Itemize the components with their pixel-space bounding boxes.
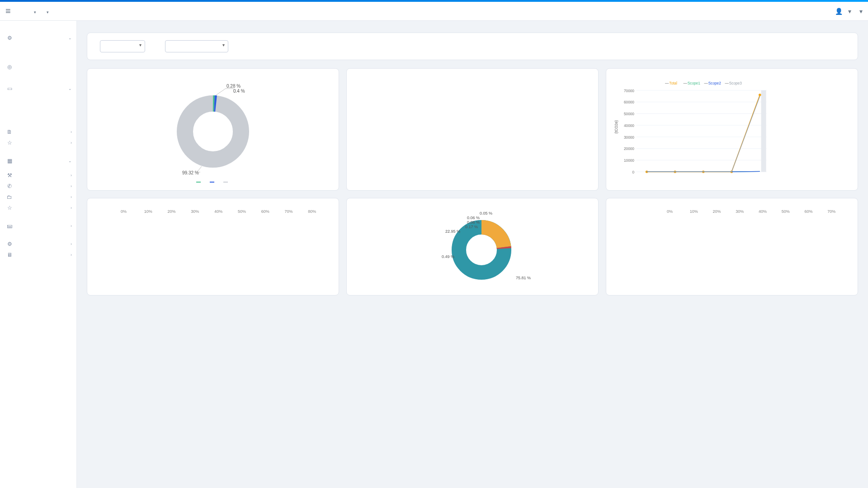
sidebar-sub[interactable] [0, 112, 76, 116]
sidebar-sub[interactable] [0, 123, 76, 127]
target-icon: ◎ [6, 64, 13, 70]
sidebar-item-system[interactable]: 🖥› [0, 249, 76, 260]
card-scope-percentage: 0.28 % 0.4 % 99.32 % [87, 68, 339, 191]
year-select[interactable] [100, 40, 145, 52]
sidebar-item-product-inventory[interactable]: ⚒› [0, 170, 76, 181]
main-content: 0.28 % 0.4 % 99.32 % [77, 21, 868, 488]
donut-legend [196, 182, 230, 183]
svg-text:Total: Total [669, 81, 677, 85]
sidebar-sub[interactable] [0, 72, 76, 76]
filter-bar [87, 33, 858, 60]
chevron-down-icon: ⌄ [68, 159, 72, 163]
chevron-down-icon: ⌄ [68, 36, 72, 40]
tool-icon: ⚒ [6, 172, 13, 178]
chevron-right-icon: › [71, 130, 72, 134]
svg-point-0 [185, 103, 241, 160]
share-icon: ⚙ [6, 35, 13, 41]
doc-icon: 🗎 [6, 129, 13, 135]
sidebar-sub[interactable] [0, 80, 76, 83]
sidebar-sub-gwp[interactable] [0, 43, 76, 47]
sidebar-item-authorization[interactable]: ⚙› [0, 239, 76, 249]
svg-text:(tCO2e): (tCO2e) [614, 120, 618, 134]
svg-text:50000: 50000 [624, 112, 634, 116]
field-select[interactable] [165, 40, 228, 52]
sidebar-item-emissions-inventory[interactable]: ▭⌄ [0, 83, 76, 94]
sidebar-item-common-info[interactable]: ▦⌄ [0, 155, 76, 166]
chevron-right-icon: › [71, 141, 72, 145]
hamburger-icon[interactable]: ≡ [5, 6, 11, 16]
user-menu[interactable]: 👤▾ [835, 8, 851, 15]
svg-line-3 [197, 166, 202, 172]
svg-text:60000: 60000 [624, 100, 634, 104]
card-total-emissions [346, 68, 599, 191]
scope-donut-chart: 0.28 % 0.4 % 99.32 % [145, 80, 281, 179]
star-icon: ☆ [6, 140, 13, 146]
sidebar-heading [0, 54, 76, 61]
svg-text:0.49 %: 0.49 % [442, 254, 454, 259]
x-axis: 0%10%20%30%40%50%60%70% [613, 209, 850, 214]
svg-text:20000: 20000 [624, 147, 634, 151]
header: ≡ ▾ ▾ 👤▾ ▾ [0, 2, 868, 21]
svg-text:Scope3: Scope3 [729, 81, 742, 85]
svg-text:30000: 30000 [624, 136, 634, 140]
svg-text:0: 0 [632, 170, 634, 174]
gear-icon: ⚙ [6, 241, 13, 247]
disk-icon: 🖴 [6, 223, 13, 229]
sidebar-item-coefficient-center[interactable]: ⚙⌄ [0, 33, 76, 43]
sidebar-heading [0, 213, 76, 221]
sidebar-item-cfp-report[interactable]: 🗀› [0, 192, 76, 202]
sidebar-sub[interactable] [0, 76, 76, 80]
sidebar-sub[interactable] [0, 119, 76, 123]
svg-text:75.81 %: 75.81 % [516, 276, 531, 280]
svg-rect-30 [761, 90, 766, 172]
donut-label: 0.28 % [226, 84, 241, 89]
svg-text:0.17 %: 0.17 % [465, 225, 478, 229]
svg-text:0.06 %: 0.06 % [467, 216, 480, 220]
sidebar-sub-component-coef[interactable] [0, 51, 76, 54]
sidebar-sub-emission-coef[interactable] [0, 47, 76, 51]
svg-text:—: — [725, 81, 729, 85]
nav-dashboard[interactable]: ▾ [45, 8, 49, 15]
language-menu[interactable]: ▾ [859, 8, 863, 15]
sidebar-sub[interactable] [0, 101, 76, 105]
sidebar-heading [0, 148, 76, 155]
folder-icon: 🗀 [6, 194, 13, 200]
star-icon: ☆ [6, 205, 13, 211]
svg-text:—: — [665, 81, 669, 85]
sidebar-sub[interactable] [0, 108, 76, 112]
svg-line-1 [216, 89, 226, 95]
sidebar-item-report[interactable]: 🗎› [0, 127, 76, 137]
file-icon: ▭ [6, 85, 13, 92]
form-ratio-donut: 0.05 %0.06 %0.06 % 0.17 %22.95 %0.49 % 7… [391, 209, 554, 286]
donut-label: 99.32 % [182, 170, 199, 175]
sidebar-item-hotspot[interactable]: ☆› [0, 137, 76, 148]
user-icon: 👤 [835, 8, 843, 15]
sidebar-heading [0, 231, 76, 239]
card-emissions-category: 0%10%20%30%40%50%60%70%80% [87, 198, 339, 296]
comparison-line-chart: — Total — Scope1 — Scope2 — Scope3 (tCO2… [613, 80, 772, 183]
sidebar-item-reply[interactable]: ✆› [0, 181, 76, 192]
nav-personal-settings[interactable]: ▾ [33, 8, 36, 15]
card-emission-form-ratio: 0.05 %0.06 %0.06 % 0.17 %22.95 %0.49 % 7… [346, 198, 599, 296]
sidebar-sub[interactable] [0, 166, 76, 170]
svg-text:Scope2: Scope2 [708, 81, 721, 85]
sidebar-sub[interactable] [0, 94, 76, 98]
sidebar-item-basic-data[interactable]: 🖴› [0, 221, 76, 231]
svg-text:22.95 %: 22.95 % [445, 229, 460, 234]
card-top5-sources: 0%10%20%30%40%50%60%70% [606, 198, 858, 296]
svg-text:0.05 %: 0.05 % [480, 211, 492, 216]
svg-text:10000: 10000 [624, 159, 634, 163]
grid-icon: ▦ [6, 158, 13, 164]
sidebar-sub-inventory-field[interactable] [0, 105, 76, 108]
sidebar-item-org-inventory[interactable]: ◎ [0, 61, 76, 72]
svg-text:70000: 70000 [624, 89, 634, 93]
sidebar: ⚙⌄ ◎ ▭⌄ 🗎› ☆› ▦⌄ ⚒› ✆› 🗀› ☆› 🖴› ⚙› 🖥› [0, 21, 77, 488]
donut-label: 0.4 % [233, 89, 245, 94]
svg-text:40000: 40000 [624, 124, 634, 128]
phone-icon: ✆ [6, 183, 13, 189]
sidebar-sub[interactable] [0, 98, 76, 101]
sidebar-sub[interactable] [0, 116, 76, 119]
x-axis: 0%10%20%30%40%50%60%70%80% [94, 209, 331, 214]
svg-point-35 [759, 94, 761, 96]
sidebar-item-data-quality[interactable]: ☆› [0, 202, 76, 213]
